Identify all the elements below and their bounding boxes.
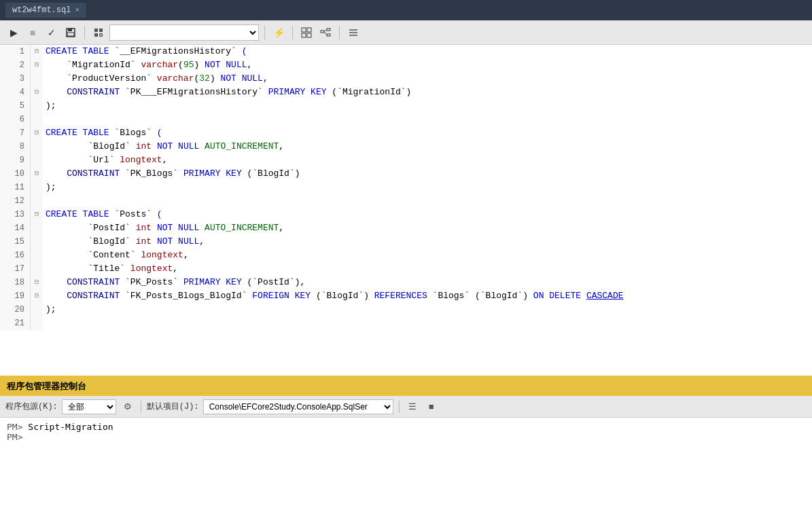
line-content-20: ); xyxy=(43,303,56,316)
sep1 xyxy=(84,26,85,39)
fold-14 xyxy=(31,221,43,235)
toolbar-btn-flash[interactable]: ⚡ xyxy=(270,24,287,41)
toolbar-btn-diagram[interactable] xyxy=(317,24,334,41)
line-num-16: 16 xyxy=(0,249,31,262)
code-line-12: 12 xyxy=(0,194,812,208)
code-editor: 1 ⊟ CREATE TABLE `__EFMigrationsHistory`… xyxy=(0,45,812,376)
pkg-source-select[interactable]: 全部 xyxy=(62,399,116,414)
svg-point-6 xyxy=(100,33,103,36)
pkg-list-button[interactable]: ☰ xyxy=(405,399,420,414)
verify-button[interactable]: ✓ xyxy=(43,24,60,41)
pkg-console[interactable]: PM> Script-Migration PM> xyxy=(0,418,812,525)
line-content-13: CREATE TABLE `Posts` ( xyxy=(43,208,162,221)
fold-1[interactable]: ⊟ xyxy=(31,45,43,58)
line-num-8: 8 xyxy=(0,140,31,153)
line-content-1: CREATE TABLE `__EFMigrationsHistory` ( xyxy=(43,45,247,58)
console-line-1: PM> Script-Migration xyxy=(7,422,805,432)
svg-rect-13 xyxy=(327,34,330,36)
close-tab-button[interactable]: × xyxy=(75,6,80,14)
sep3 xyxy=(292,26,293,39)
code-line-16: 16 `Content` longtext, xyxy=(0,249,812,262)
line-num-10: 10 xyxy=(0,167,31,181)
line-num-2: 2 xyxy=(0,58,31,72)
pkg-source-label: 程序包源(K): xyxy=(5,401,58,412)
code-line-18: 18 ⊟ CONSTRAINT `PK_Posts` PRIMARY KEY (… xyxy=(0,276,812,289)
code-line-10: 10 ⊟ CONSTRAINT `PK_Blogs` PRIMARY KEY (… xyxy=(0,167,812,181)
line-num-5: 5 xyxy=(0,99,31,113)
package-manager-panel: 程序包管理器控制台 程序包源(K): 全部 ⚙ 默认项目(J): Console… xyxy=(0,376,812,525)
fold-15 xyxy=(31,235,43,249)
svg-line-14 xyxy=(324,29,327,31)
toolbar-icon1[interactable] xyxy=(90,24,107,41)
pkg-project-select[interactable]: Console\EFCore2Study.ConsoleApp.SqlSer xyxy=(203,399,393,414)
code-line-7: 7 ⊟ CREATE TABLE `Blogs` ( xyxy=(0,126,812,140)
fold-4[interactable]: ⊟ xyxy=(31,86,43,99)
line-content-15: `BlogId` int NOT NULL, xyxy=(43,235,205,249)
prompt-2: PM> xyxy=(7,432,22,442)
line-num-6: 6 xyxy=(0,113,31,126)
fold-13[interactable]: ⊟ xyxy=(31,208,43,221)
code-line-21: 21 xyxy=(0,316,812,330)
pkg-manager-title: 程序包管理器控制台 xyxy=(7,380,86,393)
cmd-1: Script-Migration xyxy=(22,422,113,432)
line-num-4: 4 xyxy=(0,86,31,99)
fold-8 xyxy=(31,140,43,153)
code-lines: 1 ⊟ CREATE TABLE `__EFMigrationsHistory`… xyxy=(0,45,812,376)
line-content-3: `ProductVersion` varchar(32) NOT NULL, xyxy=(43,72,268,86)
fold-7[interactable]: ⊟ xyxy=(31,126,43,140)
line-num-7: 7 xyxy=(0,126,31,140)
line-num-1: 1 xyxy=(0,45,31,58)
fold-19[interactable]: ⊟ xyxy=(31,289,43,303)
pkg-settings-button[interactable]: ⚙ xyxy=(120,399,135,414)
line-content-10: CONSTRAINT `PK_Blogs` PRIMARY KEY (`Blog… xyxy=(43,167,300,181)
line-content-2: `MigrationId` varchar(95) NOT NULL, xyxy=(43,58,252,72)
line-content-8: `BlogId` int NOT NULL AUTO_INCREMENT, xyxy=(43,140,284,153)
line-num-14: 14 xyxy=(0,221,31,235)
line-num-17: 17 xyxy=(0,262,31,276)
fold-3 xyxy=(31,72,43,86)
fold-18[interactable]: ⊟ xyxy=(31,276,43,289)
run-button[interactable]: ▶ xyxy=(5,24,22,41)
pkg-stop-button[interactable]: ■ xyxy=(424,399,439,414)
svg-rect-11 xyxy=(321,31,324,33)
fold-10[interactable]: ⊟ xyxy=(31,167,43,181)
line-num-15: 15 xyxy=(0,235,31,249)
svg-rect-3 xyxy=(94,29,98,32)
code-line-4: 4 ⊟ CONSTRAINT `PK___EFMigrationsHistory… xyxy=(0,86,812,99)
line-content-9: `Url` longtext, xyxy=(43,153,167,167)
sep4 xyxy=(339,26,340,39)
file-tab[interactable]: wt2w4fmt.sql × xyxy=(5,3,86,18)
line-num-13: 13 xyxy=(0,208,31,221)
toolbar: ▶ ■ ✓ ⚡ xyxy=(0,20,812,45)
toolbar-select[interactable] xyxy=(109,24,259,41)
line-content-18: CONSTRAINT `PK_Posts` PRIMARY KEY (`Post… xyxy=(43,276,305,289)
line-num-21: 21 xyxy=(0,316,31,330)
pkg-sep1 xyxy=(141,401,141,413)
code-line-17: 17 `Title` longtext, xyxy=(0,262,812,276)
svg-rect-4 xyxy=(99,29,103,32)
line-content-11: ); xyxy=(43,181,56,194)
fold-2[interactable]: ⊟ xyxy=(31,58,43,72)
save-button[interactable] xyxy=(63,24,79,41)
line-content-5: ); xyxy=(43,99,56,113)
code-line-15: 15 `BlogId` int NOT NULL, xyxy=(0,235,812,249)
code-line-14: 14 `PostId` int NOT NULL AUTO_INCREMENT, xyxy=(0,221,812,235)
svg-rect-5 xyxy=(94,33,98,37)
sep2 xyxy=(264,26,265,39)
svg-line-15 xyxy=(324,31,327,35)
line-content-21 xyxy=(43,316,51,330)
toolbar-btn-grid[interactable] xyxy=(298,24,315,41)
file-tab-label: wt2w4fmt.sql xyxy=(12,5,71,15)
svg-rect-12 xyxy=(327,29,330,31)
code-line-20: 20 ); xyxy=(0,303,812,316)
stop-button[interactable]: ■ xyxy=(24,24,41,41)
toolbar-btn-expand[interactable] xyxy=(345,24,361,41)
line-content-6 xyxy=(43,113,51,126)
svg-rect-8 xyxy=(307,28,311,32)
code-line-9: 9 `Url` longtext, xyxy=(0,153,812,167)
fold-5 xyxy=(31,99,43,113)
code-line-6: 6 xyxy=(0,113,812,126)
fold-9 xyxy=(31,153,43,167)
pkg-manager-header: 程序包管理器控制台 xyxy=(0,377,812,396)
pkg-default-project-label: 默认项目(J): xyxy=(147,401,199,412)
